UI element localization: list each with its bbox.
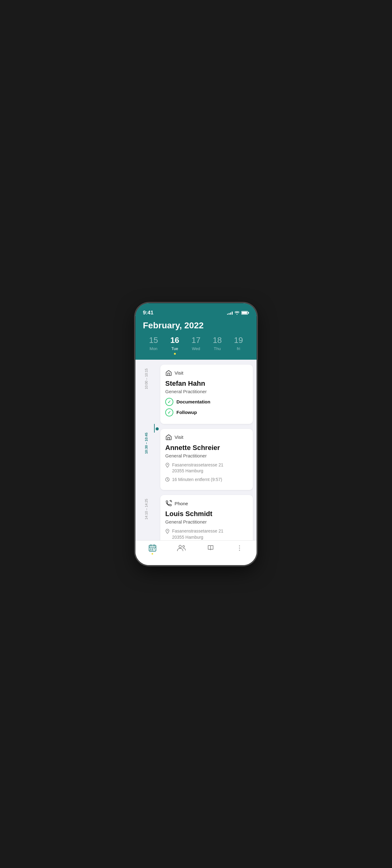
phone-label-3: Phone — [174, 501, 188, 506]
visit-label-2: Visit — [174, 434, 183, 440]
team-nav-icon — [177, 544, 186, 551]
svg-rect-9 — [154, 548, 155, 549]
svg-rect-7 — [150, 548, 151, 549]
svg-point-15 — [239, 548, 240, 548]
svg-rect-1 — [242, 312, 247, 314]
book-nav-icon — [207, 544, 214, 552]
patient-specialty-3: General Practitioner — [165, 519, 248, 524]
patient-specialty-2: General Practitioner — [165, 453, 248, 458]
day-num-19: 19 — [234, 336, 243, 345]
card-stefan-hahn[interactable]: Visit Stefan Hahn General Practitioner ✓… — [160, 365, 253, 424]
battery-icon — [241, 311, 249, 315]
house-icon-2 — [165, 434, 172, 441]
time-range-3: 14:10 – 14:25 — [144, 499, 149, 520]
day-15[interactable]: 15 Mon — [143, 336, 164, 351]
day-19[interactable]: 19 fri — [228, 336, 249, 351]
day-num-16: 16 — [170, 336, 179, 345]
day-name-mon: Mon — [150, 346, 158, 351]
calendar-nav-icon — [148, 544, 157, 552]
connector-dot-2 — [156, 427, 159, 430]
nav-team[interactable] — [167, 544, 196, 551]
phone-call-icon — [165, 500, 172, 507]
calendar-nav-dot — [151, 553, 153, 555]
time-range-1: 10:00 – 10:15 — [144, 368, 149, 389]
svg-rect-11 — [152, 550, 153, 550]
day-17[interactable]: 17 Wed — [186, 336, 206, 351]
calendar-header: February, 2022 15 Mon 16 Tue 17 Wed 18 — [135, 318, 257, 360]
check-circle-followup: ✓ — [165, 408, 173, 416]
svg-rect-2 — [248, 312, 249, 313]
pin-icon-2 — [165, 463, 170, 469]
active-day-dot — [174, 353, 176, 355]
clock-icon-2 — [165, 477, 170, 483]
status-time: 9:41 — [143, 310, 153, 316]
patient-name-1: Stefan Hahn — [165, 379, 248, 388]
day-18[interactable]: 18 Thu — [206, 336, 228, 351]
svg-rect-6 — [149, 545, 156, 551]
connector-line-top — [154, 424, 155, 433]
day-num-18: 18 — [213, 336, 222, 345]
svg-point-14 — [239, 545, 240, 546]
time-info-row-2: 16 Minuten entfernt (9:57) — [165, 477, 248, 483]
nav-calendar[interactable] — [138, 544, 167, 555]
svg-point-16 — [239, 550, 240, 551]
phone-type-3: Phone — [165, 500, 248, 507]
bottom-nav — [135, 540, 257, 565]
time-label-2: 10:30 – 10:45 — [139, 429, 154, 454]
task-label-followup: Followup — [176, 410, 197, 415]
appointment-annette-schreier[interactable]: 10:30 – 10:45 Visit Annette Schreier Gen… — [139, 429, 253, 490]
card-annette-schreier[interactable]: Visit Annette Schreier General Practitio… — [160, 429, 253, 490]
svg-point-3 — [167, 464, 168, 465]
patient-name-3: Louis Schmidt — [165, 510, 248, 518]
svg-point-12 — [179, 545, 181, 548]
day-name-fri: fri — [237, 346, 240, 351]
patient-specialty-1: General Practitioner — [165, 389, 248, 394]
svg-point-13 — [183, 546, 185, 548]
address-text-3: Fasanenstrassetaresse 2120355 Hamburg — [172, 528, 223, 540]
signal-icon — [227, 311, 233, 315]
visit-type-2: Visit — [165, 434, 248, 441]
nav-book[interactable] — [196, 544, 225, 552]
status-icons — [227, 311, 249, 315]
address-row-2: Fasanenstrassetaresse 2120355 Hamburg — [165, 462, 248, 474]
task-followup: ✓ Followup — [165, 408, 248, 416]
month-title: February, 2022 — [143, 320, 249, 331]
appointment-stefan-hahn[interactable]: 10:00 – 10:15 Visit Stefan Hahn General … — [139, 365, 253, 424]
time-range-2: 10:30 – 10:45 — [144, 433, 149, 454]
address-row-3: Fasanenstrassetaresse 2120355 Hamburg — [165, 528, 248, 540]
address-text-2: Fasanenstrassetaresse 2120355 Hamburg — [172, 462, 223, 474]
day-name-wed: Wed — [192, 346, 200, 351]
patient-name-2: Annette Schreier — [165, 444, 248, 452]
pin-icon-3 — [165, 529, 170, 535]
task-label-doc: Documentation — [176, 399, 210, 404]
appointments-list: 10:00 – 10:15 Visit Stefan Hahn General … — [135, 360, 257, 565]
check-circle-doc: ✓ — [165, 398, 173, 406]
day-num-15: 15 — [149, 336, 158, 345]
time-label-1: 10:00 – 10:15 — [139, 365, 154, 389]
more-nav-icon — [236, 544, 243, 552]
day-name-tue: Tue — [171, 346, 178, 351]
time-label-3: 14:10 – 14:25 — [139, 495, 154, 520]
day-num-17: 17 — [192, 336, 201, 345]
day-name-thu: Thu — [214, 346, 221, 351]
day-16[interactable]: 16 Tue — [164, 336, 185, 355]
check-mark-followup: ✓ — [167, 410, 171, 415]
nav-more[interactable] — [225, 544, 254, 552]
phone-frame: 9:41 February, 2022 — [135, 303, 257, 565]
time-info-text-2: 16 Minuten entfernt (9:57) — [172, 477, 222, 483]
house-icon-1 — [165, 370, 172, 376]
svg-rect-10 — [150, 550, 151, 550]
check-mark-doc: ✓ — [167, 399, 171, 404]
visit-label-1: Visit — [174, 370, 183, 375]
svg-rect-8 — [152, 548, 153, 549]
svg-point-5 — [167, 530, 168, 531]
visit-type-1: Visit — [165, 370, 248, 376]
phone-content: 9:41 February, 2022 — [135, 303, 257, 565]
status-bar: 9:41 — [135, 303, 257, 318]
week-days: 15 Mon 16 Tue 17 Wed 18 Thu 19 — [143, 336, 249, 355]
task-documentation: ✓ Documentation — [165, 398, 248, 406]
wifi-icon — [234, 311, 240, 315]
